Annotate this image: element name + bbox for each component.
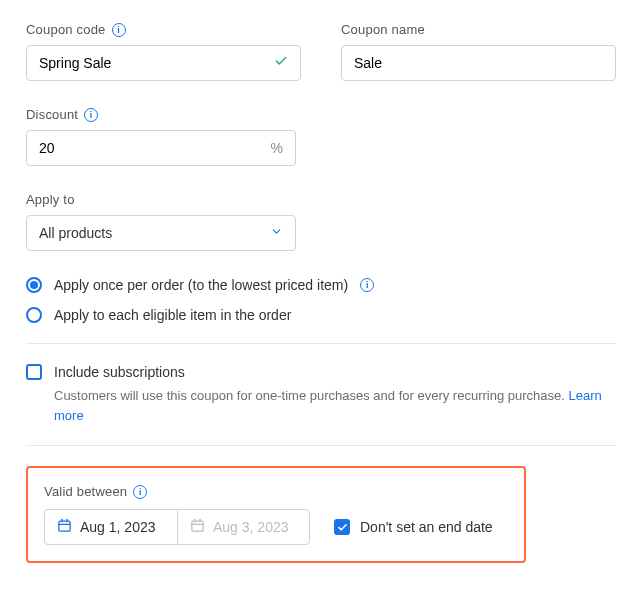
svg-rect-0 [59,521,70,531]
coupon-top-row: Coupon code i Coupon name [26,22,616,81]
valid-between-row: Aug 1, 2023 Aug 3, 2023 Don't set an end… [44,509,508,545]
calendar-icon [57,518,72,536]
discount-label-text: Discount [26,107,78,122]
no-end-date-checkbox[interactable] [334,519,350,535]
no-end-date-label: Don't set an end date [360,519,493,535]
coupon-code-input-wrap [26,45,301,81]
apply-once-label: Apply once per order (to the lowest pric… [54,277,348,293]
coupon-name-input[interactable] [354,55,603,71]
svg-rect-4 [192,521,203,531]
checkmark-icon [274,54,288,72]
end-date-input[interactable]: Aug 3, 2023 [177,510,309,544]
start-date-value: Aug 1, 2023 [80,519,156,535]
coupon-name-field: Coupon name [341,22,616,81]
apply-to-select[interactable]: All products [26,215,296,251]
apply-to-label: Apply to [26,192,616,207]
include-subscriptions-row: Include subscriptions [26,364,616,380]
end-date-placeholder: Aug 3, 2023 [213,519,289,535]
coupon-name-label: Coupon name [341,22,616,37]
discount-label: Discount i [26,107,616,122]
apply-each-label: Apply to each eligible item in the order [54,307,291,323]
discount-input-wrap: % [26,130,296,166]
discount-suffix: % [261,140,283,156]
radio-icon [26,307,42,323]
info-icon[interactable]: i [360,278,374,292]
date-range-input: Aug 1, 2023 Aug 3, 2023 [44,509,310,545]
coupon-code-label: Coupon code i [26,22,301,37]
radio-icon [26,277,42,293]
divider [26,343,616,344]
info-icon[interactable]: i [84,108,98,122]
apply-to-label-text: Apply to [26,192,75,207]
discount-field: Discount i % [26,107,616,166]
coupon-form-panel: Coupon code i Coupon name Discount i [0,0,642,594]
include-subscriptions-checkbox[interactable] [26,364,42,380]
coupon-code-field: Coupon code i [26,22,301,81]
start-date-input[interactable]: Aug 1, 2023 [45,510,177,544]
coupon-code-input[interactable] [39,55,266,71]
no-end-date-option[interactable]: Don't set an end date [334,519,493,535]
apply-each-option[interactable]: Apply to each eligible item in the order [26,307,616,323]
apply-to-field: Apply to All products [26,192,616,251]
chevron-down-icon [270,225,283,241]
include-subscriptions-helper: Customers will use this coupon for one-t… [54,386,616,425]
calendar-icon [190,518,205,536]
helper-text: Customers will use this coupon for one-t… [54,388,568,403]
include-subscriptions-label: Include subscriptions [54,364,185,380]
valid-between-label: Valid between i [44,484,508,499]
apply-to-selected: All products [39,225,112,241]
coupon-code-label-text: Coupon code [26,22,106,37]
info-icon[interactable]: i [133,485,147,499]
valid-between-label-text: Valid between [44,484,127,499]
valid-between-highlight: Valid between i Aug 1, 2023 Aug 3, 2023 [26,466,526,563]
coupon-name-label-text: Coupon name [341,22,425,37]
discount-input[interactable] [39,140,261,156]
apply-once-option[interactable]: Apply once per order (to the lowest pric… [26,277,616,293]
info-icon[interactable]: i [112,23,126,37]
divider [26,445,616,446]
coupon-name-input-wrap [341,45,616,81]
apply-mode-group: Apply once per order (to the lowest pric… [26,277,616,323]
